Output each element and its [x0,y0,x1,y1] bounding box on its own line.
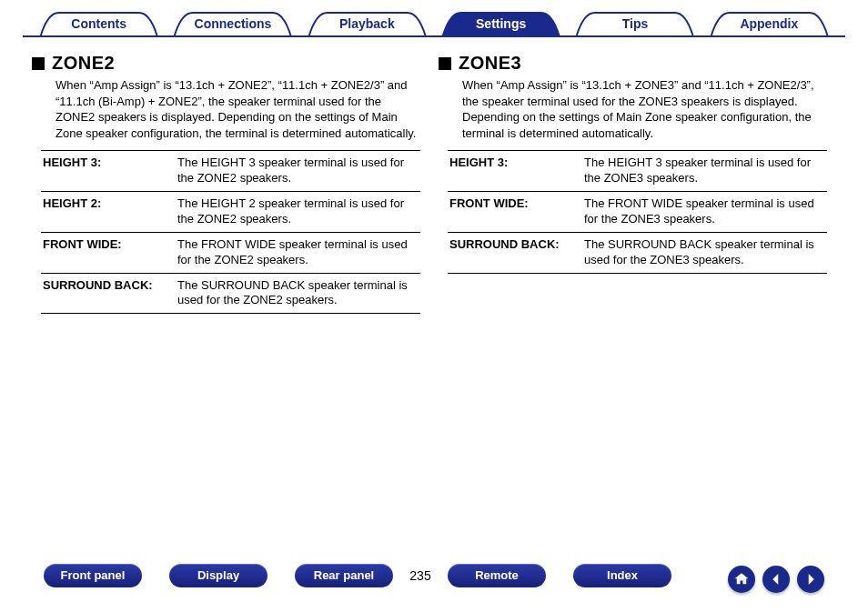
nav-icon-group [728,566,824,593]
topnav-rule [23,35,845,37]
row-key: FRONT WIDE: [448,196,584,227]
zone3-heading: ZONE3 [439,53,827,74]
row-value: The HEIGHT 3 speaker terminal is used fo… [584,156,827,186]
row-key: HEIGHT 2: [41,196,177,227]
zone3-intro: When “Amp Assign” is “13.1ch + ZONE3” an… [462,77,827,141]
tab-playback[interactable]: Playback [300,11,434,36]
page-number: 235 [393,568,448,583]
remote-button[interactable]: Remote [448,564,546,587]
row-key: SURROUND BACK: [41,278,177,309]
zone2-table: HEIGHT 3: The HEIGHT 3 speaker terminal … [41,150,420,314]
row-value: The HEIGHT 2 speaker terminal is used fo… [177,196,420,227]
row-value: The HEIGHT 3 speaker terminal is used fo… [177,156,420,186]
zone3-section: ZONE3 When “Amp Assign” is “13.1ch + ZON… [448,53,827,314]
next-page-icon[interactable] [797,566,824,593]
display-button[interactable]: Display [169,564,267,587]
page-content: ZONE2 When “Amp Assign” is “13.1ch + ZON… [0,53,868,314]
front-panel-button[interactable]: Front panel [44,564,142,587]
zone2-intro: When “Amp Assign” is “13.1ch + ZONE2”, “… [56,77,420,141]
tab-label: Settings [476,16,526,31]
row-value: The FRONT WIDE speaker terminal is used … [584,196,827,227]
table-row: HEIGHT 3: The HEIGHT 3 speaker terminal … [448,151,827,192]
table-row: FRONT WIDE: The FRONT WIDE speaker termi… [41,233,420,274]
tab-label: Appendix [740,16,798,31]
row-key: FRONT WIDE: [41,237,177,268]
row-key: SURROUND BACK: [448,237,584,268]
prev-page-icon[interactable] [762,566,790,593]
index-button[interactable]: Index [573,564,671,587]
zone2-section: ZONE2 When “Amp Assign” is “13.1ch + ZON… [41,53,420,314]
row-key: HEIGHT 3: [448,156,584,186]
tab-contents[interactable]: Contents [32,11,166,36]
table-row: HEIGHT 3: The HEIGHT 3 speaker terminal … [41,151,420,192]
table-row: SURROUND BACK: The SURROUND BACK speaker… [41,274,420,315]
table-row: FRONT WIDE: The FRONT WIDE speaker termi… [448,192,827,233]
tab-tips[interactable]: Tips [568,11,701,36]
table-row: HEIGHT 2: The HEIGHT 2 speaker terminal … [41,192,420,233]
row-value: The SURROUND BACK speaker terminal is us… [584,237,827,268]
row-value: The FRONT WIDE speaker terminal is used … [177,237,420,268]
tab-label: Connections [195,16,272,31]
tab-label: Contents [71,16,126,31]
zone3-table: HEIGHT 3: The HEIGHT 3 speaker terminal … [448,150,827,273]
top-nav: Contents Connections Playback Settings T… [32,11,836,36]
row-key: HEIGHT 3: [41,156,177,186]
row-value: The SURROUND BACK speaker terminal is us… [177,278,420,309]
tab-appendix[interactable]: Appendix [702,11,836,36]
zone3-title: ZONE3 [459,53,521,74]
rear-panel-button[interactable]: Rear panel [295,564,393,587]
tab-label: Tips [622,16,649,31]
zone2-title: ZONE2 [52,53,115,74]
home-icon[interactable] [728,566,755,593]
square-bullet-icon [32,57,45,70]
square-bullet-icon [439,57,451,70]
bottom-bar: Front panel Display Rear panel 235 Remot… [44,562,824,589]
tab-settings[interactable]: Settings [434,11,568,36]
zone2-heading: ZONE2 [32,53,420,74]
tab-label: Playback [339,16,395,31]
table-row: SURROUND BACK: The SURROUND BACK speaker… [448,233,827,274]
tab-connections[interactable]: Connections [166,11,299,36]
